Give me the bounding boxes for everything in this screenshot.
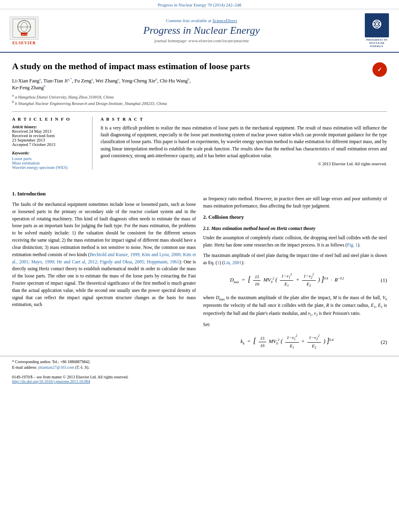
crossmark-badge: ✓ xyxy=(372,62,387,77)
formula-2-content: kh = [ 15 16 MV02 ( 1−v12 E1 + 1−v22 E2 … xyxy=(203,334,371,350)
article-title: A study on the method of impact mass est… xyxy=(12,61,387,72)
formula-2-number: (2) xyxy=(371,338,387,346)
sciencedirect-link[interactable]: ScienceDirect xyxy=(212,18,237,23)
keyword-1: Loose parts xyxy=(12,156,86,161)
article-info-panel: A R T I C L E I N F O Article history: R… xyxy=(12,117,93,170)
formula-2: kh = [ 15 16 MV02 ( 1−v12 E1 + 1−v22 E2 … xyxy=(203,334,387,350)
hertz-subheading: 2.1. Mass estimation method based on Her… xyxy=(203,225,387,232)
journal-header: ELSEVIER ELSEVIER Contents lists availab… xyxy=(0,9,399,53)
journal-logo-box xyxy=(365,13,389,37)
history-label: Article history: xyxy=(12,125,86,129)
frac-1-v1: 1−v12 E1 xyxy=(280,272,294,289)
accepted-date: Accepted 7 October 2013 xyxy=(12,142,86,147)
collision-heading: 2. Collision theory xyxy=(203,213,387,221)
elsevier-label: ELSEVIER xyxy=(12,41,36,45)
journal-citation-bar: Progress in Nuclear Energy 70 (2014) 242… xyxy=(0,0,399,9)
svg-text:ELSEVIER: ELSEVIER xyxy=(19,34,29,36)
authors-line: Li-Xian Fanga, Tian-Tian Jia,*, Fu Zenga… xyxy=(12,77,387,91)
keyword-3: Wavelet energy spectrum (WES) xyxy=(12,165,86,170)
corresponding-author: * Corresponding author. Tel.: +86 188688… xyxy=(12,359,387,364)
frac2-15-16: 15 16 xyxy=(259,335,266,349)
article-info-title: A R T I C L E I N F O xyxy=(12,117,86,121)
affiliation-a: a a Hangzhou Dianzi University, Hang Zho… xyxy=(12,93,387,99)
formula-1-number: (1) xyxy=(371,276,387,284)
journal-center: Contents lists available at ScienceDirec… xyxy=(44,18,359,43)
hertz-para-2: The maximum amplitude of steel plate dur… xyxy=(203,252,387,267)
elsevier-image: ELSEVIER xyxy=(10,16,39,40)
keyword-2: Mass estimation xyxy=(12,161,86,165)
doi-link[interactable]: http://dx.doi.org/10.1016/j.pnucene.2013… xyxy=(12,379,90,384)
affiliation-b: b b Shanghai Nuclear Engineering Researc… xyxy=(12,100,387,106)
svg-text:✓: ✓ xyxy=(377,67,382,73)
keywords-label: Keywords: xyxy=(12,151,86,155)
frac2-1-v1: 1−v12 E1 xyxy=(285,334,299,350)
elsevier-logo-left: ELSEVIER ELSEVIER xyxy=(8,16,40,45)
intro-heading: 1. Introduction xyxy=(12,190,196,198)
revised-date: Received in revised form23 September 201… xyxy=(12,134,86,142)
journal-logo-right: PROGRESS IN NUCLEAR ENERGY xyxy=(363,13,391,48)
copyright: © 2013 Elsevier Ltd. All rights reserved… xyxy=(101,162,387,166)
main-content: 1. Introduction The faults of the mechan… xyxy=(0,187,399,356)
article-header: ✓ A study on the method of impact mass e… xyxy=(0,53,399,183)
doi-area: 0149-1970/$ – see front matter © 2013 El… xyxy=(0,373,399,388)
footnote-area: * Corresponding author. Tel.: +86 188688… xyxy=(0,356,399,373)
frac-15-16: 15 16 xyxy=(253,273,261,288)
info-abstract-section: A R T I C L E I N F O Article history: R… xyxy=(12,111,387,170)
left-column: 1. Introduction The faults of the mechan… xyxy=(12,187,196,356)
email-line: E-mail address: jitiantian27@163.com (T.… xyxy=(12,365,387,370)
hertz-para-3: where Dmax is the maximum amplitude of t… xyxy=(203,294,387,318)
set-label: Set: xyxy=(203,321,387,329)
abstract-title: A B S T R A C T xyxy=(101,117,387,121)
sciencedirect-text: Contents lists available at ScienceDirec… xyxy=(44,18,359,23)
keywords-section: Keywords: Loose parts Mass estimation Wa… xyxy=(12,151,86,170)
frac2-1-v2: 1−v22 E2 xyxy=(307,334,321,350)
svg-point-8 xyxy=(376,23,378,25)
frac-1-v2: 1−v22 E2 xyxy=(302,272,316,289)
affiliations: a a Hangzhou Dianzi University, Hang Zho… xyxy=(12,93,387,106)
abstract-panel: A B S T R A C T It is a very difficult p… xyxy=(101,117,387,170)
right-column: as frequency ratio method. However, in p… xyxy=(203,187,387,356)
abstract-text: It is a very difficult problem to realiz… xyxy=(101,125,387,159)
formula-1: Dmax = [ 15 16 MV02 ( 1−v12 E1 + 1−v22 E… xyxy=(203,272,387,289)
journal-logo-label: PROGRESS IN NUCLEAR ENERGY xyxy=(363,38,391,48)
doi-line: http://dx.doi.org/10.1016/j.pnucene.2013… xyxy=(12,379,387,384)
journal-homepage: journal homepage: www.elsevier.com/locat… xyxy=(44,38,359,43)
received-date: Received 24 May 2013 xyxy=(12,129,86,134)
contents-list-text: Contents lists available at xyxy=(166,18,212,23)
formula-1-content: Dmax = [ 15 16 MV02 ( 1−v12 E1 + 1−v22 E… xyxy=(203,272,371,289)
article-history: Article history: Received 24 May 2013 Re… xyxy=(12,125,86,147)
journal-title: Progress in Nuclear Energy xyxy=(44,25,359,37)
intro-para-2: as frequency ratio method. However, in p… xyxy=(203,195,387,210)
issn-line: 0149-1970/$ – see front matter © 2013 El… xyxy=(12,375,387,379)
email-link[interactable]: jitiantian27@163.com xyxy=(38,365,74,370)
journal-citation: Progress in Nuclear Energy 70 (2014) 242… xyxy=(158,2,241,7)
hertz-para-1: Under the assumption of completely elast… xyxy=(203,234,387,249)
intro-para-1: The faults of the mechanical equipment s… xyxy=(12,201,196,308)
